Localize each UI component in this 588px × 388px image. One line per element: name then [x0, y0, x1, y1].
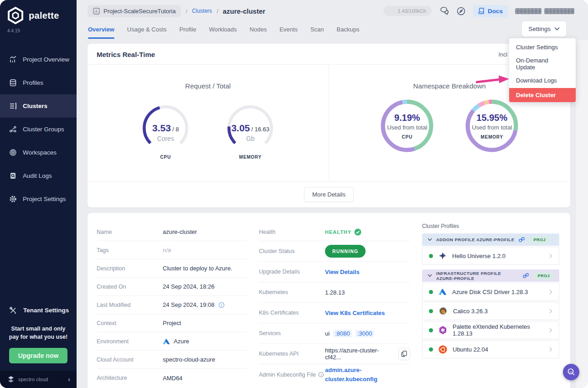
spectro-cloud-logo-icon: [7, 376, 15, 383]
breadcrumb-project[interactable]: Project-ScaleSecureTutoria: [88, 5, 181, 17]
memory-caption: Used from total: [463, 124, 521, 131]
help-compass-icon[interactable]: [456, 6, 466, 16]
row-value: ui :8080 :3000: [325, 330, 374, 337]
profile-item-pxk[interactable]: Palette eXtended Kubernetes 1.28.13: [422, 321, 559, 339]
view-certificates-link[interactable]: View K8s Certificates: [325, 310, 385, 316]
settings-button[interactable]: Settings: [522, 21, 566, 36]
chevron-down-icon: [554, 27, 560, 31]
upgrade-now-button[interactable]: Upgrade now: [9, 348, 68, 363]
search-widget-button[interactable]: [563, 364, 579, 380]
main-area: Project-ScaleSecureTutoria / Clusters / …: [77, 0, 588, 388]
view-details-link[interactable]: View Details: [325, 269, 360, 275]
breadcrumb-clusters-link[interactable]: Clusters: [192, 8, 212, 14]
brand-name: palette: [29, 10, 59, 21]
scroll-gutter[interactable]: [576, 40, 588, 388]
sidebar-item-tenant-settings[interactable]: Tenant Settings: [0, 301, 77, 320]
detail-row-modified: Last Modified 24 Sep 2024, 19:08: [97, 296, 247, 314]
sidebar-item-project-settings[interactable]: Project Settings: [0, 187, 77, 211]
status-dot: [429, 309, 433, 313]
cpu-gauge-label: CPU: [136, 155, 195, 160]
addon-profile-title: ADDON PROFILE AZURE-PROFILE: [436, 237, 514, 242]
menu-item-delete-cluster[interactable]: Delete Cluster: [509, 88, 576, 102]
tab-events[interactable]: Events: [279, 20, 298, 38]
chat-icon[interactable]: [439, 6, 449, 16]
sidebar-item-cluster-groups[interactable]: Cluster Groups: [0, 118, 77, 141]
audit-log-icon: [9, 172, 17, 180]
row-value: https://azure-cluster-cf42...: [325, 347, 410, 361]
profile-item-hello-universe[interactable]: Hello Universe 1.2.0: [422, 247, 559, 265]
user-name-redacted[interactable]: [515, 8, 574, 14]
database-icon: [9, 79, 17, 87]
tabs-bar: Overview Usage & Costs Profile Workloads…: [77, 17, 588, 40]
cluster-overview-card: Name azure-cluster Tags n/a Description …: [88, 213, 570, 388]
row-value: Cluster to deploy to Azure.: [163, 265, 232, 272]
sidebar-item-audit-logs[interactable]: Audit Logs: [0, 164, 77, 187]
menu-item-download-logs[interactable]: Download Logs: [509, 74, 576, 87]
sidebar-item-project-overview[interactable]: Project Overview: [0, 48, 77, 71]
link-icon[interactable]: [522, 273, 529, 279]
tab-overview[interactable]: Overview: [88, 20, 114, 38]
status-dot: [429, 290, 433, 294]
kubeconfig-download-link[interactable]: admin.azure-cluster.kubeconfig: [325, 366, 393, 383]
tab-workloads[interactable]: Workloads: [209, 20, 237, 38]
collapse-sidebar-icon[interactable]: ‹: [68, 376, 70, 383]
sidebar-bottom: Tenant Settings Start small and only pay…: [0, 301, 77, 388]
tab-backups[interactable]: Backups: [337, 20, 360, 38]
addon-profile-header[interactable]: ADDON PROFILE AZURE-PROFILE PROJ: [422, 233, 559, 246]
tab-profile[interactable]: Profile: [180, 20, 196, 38]
detail-row-created: Created On 24 Sep 2024, 18:26: [97, 278, 247, 296]
more-details-button[interactable]: More Details: [304, 187, 354, 202]
chevron-right-icon: [549, 347, 552, 352]
tab-nodes[interactable]: Nodes: [250, 20, 267, 38]
memory-donut-label: MEMORY: [463, 135, 521, 140]
detail-row-tags: Tags n/a: [97, 241, 247, 259]
scope-badge: PROJ: [533, 272, 554, 279]
tab-usage-costs[interactable]: Usage & Costs: [127, 20, 167, 38]
detail-row-description: Description Cluster to deploy to Azure.: [97, 259, 247, 278]
footer-brand-label: spectro cloud: [18, 377, 64, 382]
memory-request-value: 3.05: [231, 123, 250, 133]
row-value: AMD64: [163, 375, 182, 382]
profile-item-azure-disk[interactable]: Azure Disk CSI Driver 1.28.3: [422, 283, 559, 301]
bar-chart-icon: [9, 56, 17, 63]
detail-row-architecture: Architecture AMD64: [97, 369, 247, 387]
docs-button[interactable]: Docs: [473, 5, 508, 17]
sidebar-item-clusters[interactable]: Clusters: [0, 94, 77, 118]
network-icon: [9, 125, 17, 133]
link-icon[interactable]: [518, 237, 525, 243]
sidebar-footer: spectro cloud ‹: [0, 371, 77, 388]
infrastructure-profile-header[interactable]: INFRASTRUCTURE PROFILE AZURE-PROFILE PRO…: [422, 269, 559, 282]
profile-item-calico[interactable]: Calico 3.26.3: [422, 302, 559, 320]
tools-icon: [9, 306, 17, 315]
sidebar-item-profiles[interactable]: Profiles: [0, 71, 77, 94]
sidebar-item-workspaces[interactable]: Workspaces: [0, 141, 77, 164]
detail-row-cloud-account: Cloud Account spectro-cloud-azure: [97, 351, 247, 369]
tab-scan[interactable]: Scan: [310, 20, 324, 38]
docs-label: Docs: [488, 8, 503, 15]
request-total-title: Request / Total: [88, 82, 329, 90]
service-port-link[interactable]: :8080: [333, 330, 352, 337]
info-icon[interactable]: [218, 302, 225, 308]
cluster-profiles-title: Cluster Profiles: [422, 223, 559, 229]
row-value: azure-cluster: [163, 228, 197, 235]
menu-item-cluster-settings[interactable]: Cluster Settings: [509, 41, 576, 54]
redacted-block: [515, 8, 542, 14]
detail-row-environment: Environment Azure: [97, 332, 247, 351]
topbar-right: 1.43/100kCh Docs: [383, 5, 574, 17]
service-port-link[interactable]: :3000: [356, 330, 374, 337]
info-icon[interactable]: [318, 372, 324, 378]
row-value: Azure: [163, 338, 189, 345]
row-label: Kubernetes: [259, 289, 325, 295]
status-row-kubernetes: Kubernetes 1.28.13: [259, 282, 410, 303]
chevron-down-icon: [428, 274, 432, 277]
app-version: 4.4.19: [6, 28, 77, 33]
chevron-right-icon: [549, 328, 552, 333]
cpu-gauge: 3.53/ 8 Cores CPU: [136, 103, 195, 160]
row-label: Created On: [97, 284, 163, 290]
menu-item-on-demand-update[interactable]: On-Demand Update: [509, 54, 576, 74]
topbar: Project-ScaleSecureTutoria / Clusters / …: [77, 0, 588, 17]
copy-icon[interactable]: [398, 348, 410, 360]
memory-namespace-donut: 15.95% Used from total MEMORY: [463, 98, 521, 154]
profile-item-ubuntu[interactable]: Ubuntu 22.04: [422, 340, 559, 358]
cpu-namespace-donut: 9.19% Used from total CPU: [378, 98, 436, 154]
